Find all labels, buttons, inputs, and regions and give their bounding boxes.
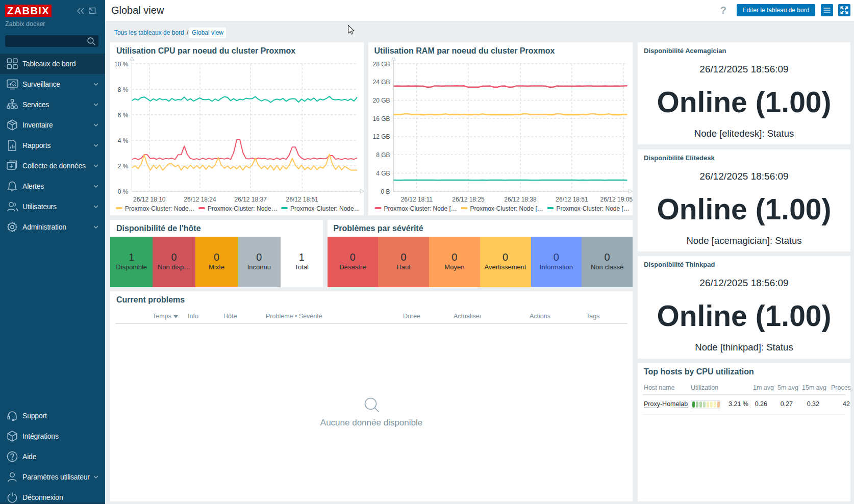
svg-text:0 B: 0 B xyxy=(381,188,390,195)
svg-text:2 %: 2 % xyxy=(118,163,129,170)
svg-text:20 GB: 20 GB xyxy=(372,97,390,104)
svg-text:26/12 18:51: 26/12 18:51 xyxy=(556,196,588,203)
svg-text:4 GB: 4 GB xyxy=(376,170,390,177)
svg-text:26/12 18:38: 26/12 18:38 xyxy=(504,196,537,203)
svg-text:Proxmox-Cluster: Node […: Proxmox-Cluster: Node [… xyxy=(384,205,457,212)
svg-text:10 %: 10 % xyxy=(114,61,129,68)
svg-text:26/12 18:25: 26/12 18:25 xyxy=(452,196,485,203)
svg-text:26/12 18:10: 26/12 18:10 xyxy=(133,196,166,203)
svg-text:Proxmox-Cluster: Node […: Proxmox-Cluster: Node [… xyxy=(556,205,629,212)
svg-text:4 %: 4 % xyxy=(118,137,129,144)
svg-text:Proxmox-Cluster: Node…: Proxmox-Cluster: Node… xyxy=(290,205,360,212)
svg-text:Proxmox-Cluster: Node…: Proxmox-Cluster: Node… xyxy=(125,205,195,212)
svg-text:8 GB: 8 GB xyxy=(376,152,390,159)
svg-text:26/12 18:11: 26/12 18:11 xyxy=(400,196,433,203)
svg-text:8 %: 8 % xyxy=(118,86,129,93)
svg-text:26/12 18:24: 26/12 18:24 xyxy=(184,196,216,203)
svg-text:26/12 18:37: 26/12 18:37 xyxy=(234,196,267,203)
svg-text:16 GB: 16 GB xyxy=(372,115,390,122)
svg-text:6 %: 6 % xyxy=(118,112,129,119)
svg-text:0 %: 0 % xyxy=(118,188,129,195)
svg-text:26/12 19:05: 26/12 19:05 xyxy=(600,196,633,203)
svg-text:28 GB: 28 GB xyxy=(372,61,390,68)
svg-text:Proxmox-Cluster: Node […: Proxmox-Cluster: Node [… xyxy=(470,205,543,212)
svg-text:24 GB: 24 GB xyxy=(372,79,390,86)
svg-text:12 GB: 12 GB xyxy=(372,133,390,140)
svg-text:26/12 18:51: 26/12 18:51 xyxy=(286,196,318,203)
svg-text:Proxmox-Cluster: Node…: Proxmox-Cluster: Node… xyxy=(208,205,278,212)
